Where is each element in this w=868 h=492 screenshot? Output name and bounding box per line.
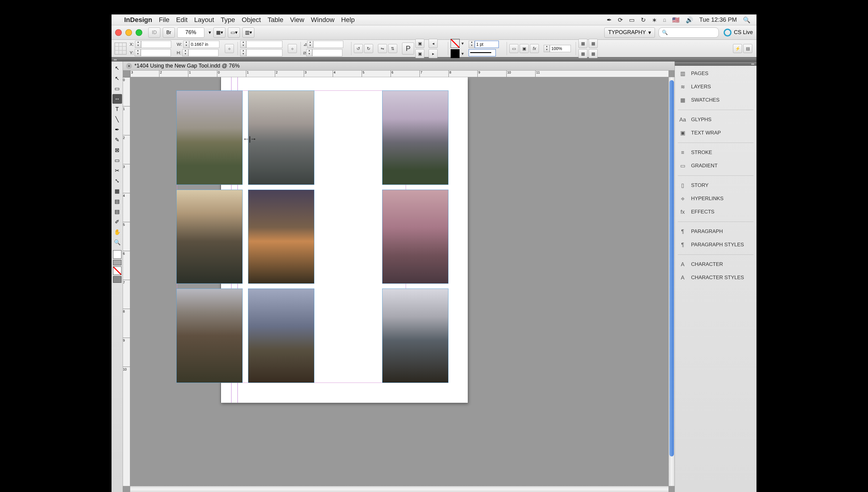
text-wrap-bounding-icon[interactable]: ▦ — [589, 39, 598, 48]
window-zoom-button[interactable] — [136, 29, 142, 36]
rotate-cw-icon[interactable]: ↻ — [364, 44, 373, 53]
pen-tool[interactable]: ✒ — [112, 125, 122, 134]
flip-horizontal-icon[interactable]: ⇋ — [378, 44, 387, 53]
clock[interactable]: Tue 12:36 PM — [699, 16, 737, 23]
menu-object[interactable]: Object — [242, 16, 261, 24]
menu-layout[interactable]: Layout — [194, 16, 214, 24]
panel-hyperlinks[interactable]: ⎆HYPERLINKS — [675, 192, 757, 205]
ink-icon[interactable]: ✒ — [607, 16, 612, 24]
panel-effects[interactable]: fxEFFECTS — [675, 205, 757, 219]
stroke-swatch[interactable] — [451, 49, 460, 58]
w-stepper[interactable]: ▲▼ — [183, 41, 189, 48]
page-tool[interactable]: ▭ — [112, 84, 122, 94]
select-prev-icon[interactable]: ◂ — [429, 39, 438, 48]
screen-mode-button[interactable]: ▭▾ — [228, 27, 240, 38]
menu-type[interactable]: Type — [221, 16, 235, 24]
h-field[interactable] — [188, 49, 219, 56]
image-frame-3-3[interactable] — [382, 289, 449, 383]
workspace-switcher[interactable]: TYPOGRAPHY ▾ — [604, 27, 655, 38]
display-icon[interactable]: ▭ — [629, 16, 635, 24]
shear-stepper[interactable]: ▲▼ — [306, 49, 312, 56]
stroke-weight-stepper[interactable]: ▲▼ — [469, 41, 475, 48]
x-stepper[interactable]: ▲▼ — [135, 41, 141, 48]
zoom-level[interactable]: 76% — [177, 27, 204, 38]
opacity-stepper[interactable]: ▲▼ — [544, 45, 550, 52]
tab-close-icon[interactable]: × — [126, 63, 132, 69]
panel-swatches[interactable]: ▦SWATCHES — [675, 94, 757, 107]
panel-gradient[interactable]: ▭GRADIENT — [675, 159, 757, 172]
gradient-swatch-tool[interactable]: ▦ — [112, 186, 122, 196]
fill-dropdown-caret[interactable]: ▾ — [461, 41, 464, 46]
drop-shadow-icon[interactable]: ▣ — [519, 44, 529, 53]
image-frame-3-2[interactable] — [248, 289, 314, 383]
menu-window[interactable]: Window — [311, 16, 335, 24]
sync-icon[interactable]: ⟳ — [618, 16, 623, 24]
image-frame-1-2[interactable] — [248, 91, 314, 185]
vertical-ruler[interactable]: 012345678910 — [123, 77, 130, 486]
panel-menu-icon[interactable]: ▤ — [743, 44, 752, 53]
panel-character[interactable]: ACHARACTER — [675, 258, 757, 271]
panel-paragraph-styles[interactable]: ¶PARAGRAPH STYLES — [675, 238, 757, 251]
constrain-scale-icon[interactable]: ⟐ — [288, 44, 297, 53]
rotate-ccw-icon[interactable]: ↺ — [354, 44, 363, 53]
effects-target-icon[interactable]: ▭ — [509, 44, 518, 53]
bluetooth-icon[interactable]: ∗ — [652, 16, 657, 24]
scale-y-stepper[interactable]: ▲▼ — [240, 49, 246, 56]
image-frame-1-1[interactable] — [176, 91, 242, 185]
cs-live-button[interactable]: CS Live — [724, 29, 753, 36]
window-minimize-button[interactable] — [125, 29, 132, 36]
image-frame-2-3[interactable] — [382, 190, 449, 284]
volume-icon[interactable]: 🔊 — [686, 16, 693, 24]
scissors-tool[interactable]: ✂ — [112, 166, 122, 175]
scale-y-field[interactable] — [246, 49, 282, 56]
stroke-weight-field[interactable] — [475, 41, 499, 48]
app-name[interactable]: InDesign — [124, 16, 152, 24]
menu-file[interactable]: File — [159, 16, 170, 24]
zoom-tool[interactable]: 🔍 — [112, 238, 122, 247]
rotate-field[interactable] — [313, 41, 343, 48]
format-container-icon[interactable] — [113, 260, 122, 265]
text-wrap-jump-icon[interactable]: ▦ — [589, 49, 598, 58]
timemachine-icon[interactable]: ↻ — [641, 16, 646, 24]
x-field[interactable] — [141, 41, 171, 48]
image-frame-1-3[interactable] — [382, 91, 449, 185]
menu-help[interactable]: Help — [341, 16, 355, 24]
type-tool[interactable]: T — [112, 104, 122, 114]
panel-pages[interactable]: ▥PAGES — [675, 67, 757, 80]
scale-x-stepper[interactable]: ▲▼ — [240, 41, 246, 48]
panel-character-styles[interactable]: ACHARACTER STYLES — [675, 271, 757, 284]
bridge-button[interactable]: Br — [163, 27, 175, 38]
spotlight-icon[interactable]: 🔍 — [743, 16, 750, 24]
rectangle-tool[interactable]: ▭ — [112, 155, 122, 165]
flag-icon[interactable]: 🇺🇸 — [672, 16, 680, 24]
free-transform-tool[interactable]: ⤡ — [112, 176, 122, 186]
scrollbar-thumb[interactable] — [669, 80, 674, 457]
zoom-dropdown-caret[interactable]: ▾ — [206, 27, 213, 38]
panel-stroke[interactable]: ≡STROKE — [675, 146, 757, 159]
view-mode-normal-icon[interactable] — [113, 276, 122, 283]
select-container-icon[interactable]: ▣ — [415, 39, 424, 48]
vertical-scrollbar[interactable] — [668, 77, 674, 486]
scale-x-field[interactable] — [246, 41, 282, 48]
constrain-proportions-icon[interactable]: ⟐ — [225, 44, 234, 53]
gradient-feather-tool[interactable]: ▤ — [112, 197, 122, 206]
arrange-documents-button[interactable]: ▥▾ — [242, 27, 254, 38]
menu-table[interactable]: Table — [267, 16, 284, 24]
stroke-style-dropdown[interactable] — [469, 49, 496, 56]
fill-swatch[interactable] — [451, 39, 460, 48]
flip-vertical-icon[interactable]: ⇅ — [388, 44, 397, 53]
direct-selection-tool[interactable]: ↖ — [112, 74, 122, 83]
image-frame-2-2[interactable] — [248, 190, 314, 284]
stroke-dropdown-caret[interactable]: ▾ — [461, 51, 464, 56]
apply-none-swatch[interactable] — [113, 267, 122, 275]
fill-color-swatch[interactable] — [113, 250, 122, 259]
panel-story[interactable]: ▯STORY — [675, 179, 757, 192]
eyedropper-tool[interactable]: ✐ — [112, 217, 122, 227]
hand-tool[interactable]: ✋ — [112, 227, 122, 237]
gap-tool[interactable]: ↔ — [112, 94, 122, 104]
line-tool[interactable]: ╲ — [112, 115, 122, 124]
document-tab[interactable]: × *1404 Using the New Gap Tool.indd @ 76… — [123, 62, 674, 71]
quick-apply-icon[interactable]: ⚡ — [733, 44, 742, 53]
image-frame-2-1[interactable] — [176, 190, 242, 284]
selection-tool[interactable]: ↖ — [112, 63, 122, 73]
